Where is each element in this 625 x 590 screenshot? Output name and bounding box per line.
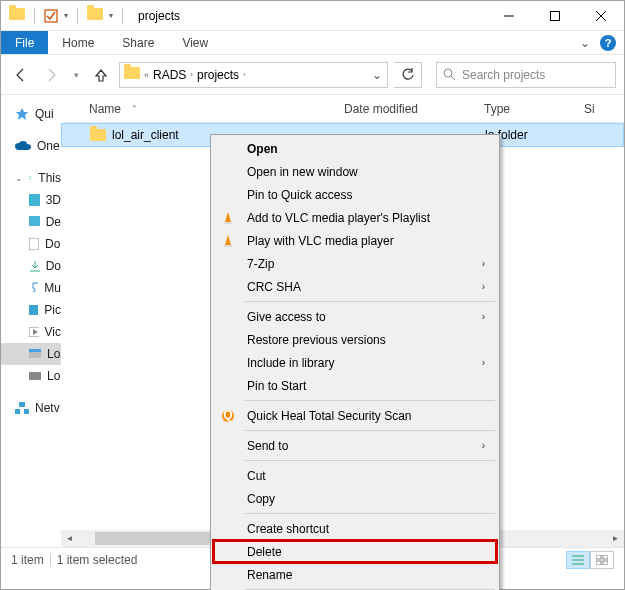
column-size[interactable]: Si [584, 102, 595, 116]
column-name[interactable]: Name⌃ [89, 102, 344, 116]
sidebar-item-downloads[interactable]: Do [1, 255, 61, 277]
ctx-cut[interactable]: Cut [213, 464, 497, 487]
ctx-send-to[interactable]: Send to› [213, 434, 497, 457]
star-icon [15, 107, 29, 121]
sidebar-item-videos[interactable]: Vic [1, 321, 61, 343]
svg-rect-16 [29, 372, 41, 380]
qat-dropdown-icon[interactable]: ▾ [64, 11, 68, 20]
submenu-arrow-icon: › [482, 357, 485, 368]
sidebar-item-local-disk[interactable]: Lo [1, 343, 61, 365]
svg-rect-2 [551, 11, 560, 20]
qat-dropdown-icon[interactable]: ▾ [109, 11, 113, 20]
sidebar-item-3d[interactable]: 3D [1, 189, 61, 211]
ctx-create-shortcut[interactable]: Create shortcut [213, 517, 497, 540]
ctx-restore-versions[interactable]: Restore previous versions [213, 328, 497, 351]
disk-icon [29, 349, 41, 359]
pc-icon [29, 172, 32, 184]
svg-rect-23 [596, 555, 601, 559]
svg-text:Q: Q [223, 409, 232, 422]
svg-rect-14 [29, 352, 41, 358]
close-button[interactable] [578, 1, 624, 31]
folder-icon [90, 129, 106, 141]
svg-rect-7 [29, 177, 32, 179]
breadcrumb-segment[interactable]: RADS [153, 68, 186, 82]
sidebar-item-pictures[interactable]: Pic [1, 299, 61, 321]
home-tab[interactable]: Home [48, 31, 108, 54]
status-selected: 1 item selected [57, 553, 138, 567]
file-name: lol_air_client [112, 128, 179, 142]
svg-rect-10 [29, 216, 40, 226]
column-date[interactable]: Date modified [344, 102, 484, 116]
address-bar[interactable]: « RADS › projects › ⌄ [119, 62, 388, 88]
svg-point-5 [444, 69, 452, 77]
svg-rect-0 [45, 10, 57, 22]
ctx-copy[interactable]: Copy [213, 487, 497, 510]
sidebar-item-this-pc[interactable]: ⌄This [1, 167, 61, 189]
navigation-bar: ▾ « RADS › projects › ⌄ Search projects [1, 55, 624, 95]
quick-access-toolbar: ▾ ▾ [1, 8, 126, 24]
ctx-crc-sha[interactable]: CRC SHA› [213, 275, 497, 298]
ctx-delete[interactable]: Delete [213, 540, 497, 563]
up-button[interactable] [89, 63, 113, 87]
ctx-7zip[interactable]: 7-Zip› [213, 252, 497, 275]
ctx-give-access[interactable]: Give access to› [213, 305, 497, 328]
refresh-button[interactable] [394, 62, 422, 88]
minimize-button[interactable] [486, 1, 532, 31]
svg-rect-18 [15, 409, 20, 414]
sidebar-item-desktop[interactable]: De [1, 211, 61, 233]
folder-icon [87, 8, 103, 23]
svg-rect-12 [29, 305, 38, 315]
svg-rect-26 [603, 561, 608, 565]
ctx-quick-heal[interactable]: Q Quick Heal Total Security Scan [213, 404, 497, 427]
ctx-rename[interactable]: Rename [213, 563, 497, 586]
sidebar-item-documents[interactable]: Do [1, 233, 61, 255]
icons-view-button[interactable] [590, 551, 614, 569]
address-dropdown-icon[interactable]: ⌄ [367, 63, 387, 87]
scroll-left-icon[interactable]: ◄ [61, 530, 78, 547]
ctx-vlc-play[interactable]: Play with VLC media player [213, 229, 497, 252]
sidebar-item-local-disk-2[interactable]: Lo [1, 365, 61, 387]
sidebar-item-onedrive[interactable]: One [1, 135, 61, 157]
sidebar-item-music[interactable]: Mu [1, 277, 61, 299]
column-headers: Name⌃ Date modified Type Si [61, 95, 624, 123]
ctx-pin-start[interactable]: Pin to Start [213, 374, 497, 397]
help-icon[interactable]: ? [600, 35, 616, 51]
ctx-open[interactable]: Open [213, 137, 497, 160]
sidebar-item-quick-access[interactable]: Qui [1, 103, 61, 125]
scroll-right-icon[interactable]: ► [607, 530, 624, 547]
svg-rect-15 [29, 349, 41, 352]
properties-qat-icon[interactable] [44, 9, 58, 23]
ctx-open-new-window[interactable]: Open in new window [213, 160, 497, 183]
maximize-button[interactable] [532, 1, 578, 31]
submenu-arrow-icon: › [482, 440, 485, 451]
column-type[interactable]: Type [484, 102, 584, 116]
ctx-include-library[interactable]: Include in library› [213, 351, 497, 374]
submenu-arrow-icon: › [482, 281, 485, 292]
forward-button[interactable] [39, 63, 63, 87]
ctx-pin-quick-access[interactable]: Pin to Quick access [213, 183, 497, 206]
context-menu: Open Open in new window Pin to Quick acc… [210, 134, 500, 590]
breadcrumb-segment[interactable]: projects [197, 68, 239, 82]
download-icon [29, 260, 40, 272]
ribbon-expand-icon[interactable]: ⌄ [580, 36, 590, 50]
view-tab[interactable]: View [168, 31, 222, 54]
back-button[interactable] [9, 63, 33, 87]
folder-icon [124, 67, 140, 82]
disk-icon [29, 372, 41, 380]
pictures-icon [29, 305, 38, 315]
search-input[interactable]: Search projects [436, 62, 616, 88]
svg-rect-25 [596, 561, 601, 565]
sidebar-item-network[interactable]: Netv [1, 397, 61, 419]
svg-rect-28 [224, 245, 232, 247]
share-tab[interactable]: Share [108, 31, 168, 54]
folder-icon [9, 8, 25, 23]
cube-icon [29, 194, 40, 206]
collapse-icon[interactable]: ⌄ [15, 173, 23, 183]
recent-dropdown-icon[interactable]: ▾ [69, 63, 83, 87]
scrollbar-thumb[interactable] [95, 532, 215, 545]
ctx-vlc-playlist[interactable]: Add to VLC media player's Playlist [213, 206, 497, 229]
navigation-pane: Qui One ⌄This 3D De Do Do Mu Pic Vic Lo … [1, 95, 61, 547]
svg-rect-9 [29, 194, 40, 206]
details-view-button[interactable] [566, 551, 590, 569]
file-tab[interactable]: File [1, 31, 48, 54]
